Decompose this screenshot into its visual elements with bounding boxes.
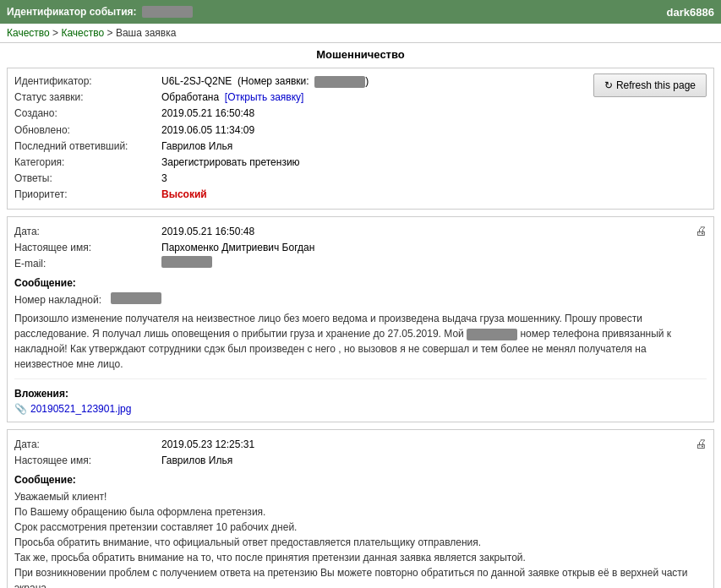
msg1-attachment-link[interactable]: 📎 20190521_123901.jpg bbox=[14, 403, 707, 415]
msg1-tracking-redacted bbox=[111, 292, 161, 304]
attachment-icon: 📎 bbox=[14, 403, 27, 415]
breadcrumb-current: Ваша заявка bbox=[116, 27, 177, 39]
refresh-button[interactable]: ↻ Refresh this page bbox=[593, 74, 707, 97]
message-header-info-1: Дата: 2019.05.21 16:50:48 Настоящее имя:… bbox=[14, 224, 314, 273]
priority-label: Приоритет: bbox=[14, 187, 158, 203]
created-value: 2019.05.21 16:50:48 bbox=[161, 106, 254, 122]
info-row-priority: Приоритет: Высокий bbox=[14, 187, 369, 203]
request-number-redacted bbox=[314, 76, 365, 88]
msg1-attachment-name: 20190521_123901.jpg bbox=[30, 403, 131, 415]
refresh-icon: ↻ bbox=[604, 79, 613, 91]
info-row-last-responder: Последний ответивший: Гаврилов Илья bbox=[14, 139, 369, 155]
replies-value: 3 bbox=[161, 171, 167, 187]
breadcrumb: Качество > Качество > Ваша заявка bbox=[0, 24, 721, 43]
msg1-email-row: E-mail: bbox=[14, 256, 314, 272]
info-row-category: Категория: Зарегистрировать претензию bbox=[14, 155, 369, 171]
msg1-tracking-label: Номер накладной: bbox=[14, 292, 101, 308]
msg1-date-value: 2019.05.21 16:50:48 bbox=[161, 224, 254, 240]
info-row-status: Статус заявки: Обработана [Открыть заявк… bbox=[14, 90, 369, 106]
msg1-email-redacted bbox=[161, 256, 212, 268]
category-label: Категория: bbox=[14, 155, 158, 171]
breadcrumb-link-2[interactable]: Качество bbox=[61, 27, 104, 39]
msg1-author-row: Настоящее имя: Пархоменко Дмитриевич Бог… bbox=[14, 240, 314, 256]
status-value: Обработана [Открыть заявку] bbox=[161, 90, 303, 106]
username: dark6886 bbox=[667, 6, 714, 19]
msg2-date-row: Дата: 2019.05.23 12:25:31 bbox=[14, 437, 254, 453]
msg2-author-row: Настоящее имя: Гаврилов Илья bbox=[14, 453, 254, 469]
print-icon-1[interactable]: 🖨 bbox=[695, 224, 707, 237]
msg2-author-label: Настоящее имя: bbox=[14, 453, 158, 469]
msg1-attachments: Вложения: 📎 20190521_123901.jpg bbox=[14, 378, 707, 415]
print-icon-2[interactable]: 🖨 bbox=[695, 437, 707, 450]
page-title: Мошенничество bbox=[7, 48, 714, 61]
msg2-date-label: Дата: bbox=[14, 437, 158, 453]
priority-value: Высокий bbox=[161, 187, 207, 203]
breadcrumb-link-1[interactable]: Качество bbox=[7, 27, 50, 39]
refresh-button-label: Refresh this page bbox=[616, 79, 696, 91]
msg1-text: Произошло изменение получателя на неизве… bbox=[14, 311, 707, 372]
msg2-author-value: Гаврилов Илья bbox=[161, 453, 232, 469]
msg2-section-label: Сообщение: bbox=[14, 474, 707, 486]
msg1-section-label: Сообщение: bbox=[14, 277, 707, 289]
id-label: Идентификатор: bbox=[14, 74, 158, 90]
main-content: Мошенничество Идентификатор: U6L-2SJ-Q2N… bbox=[0, 43, 721, 588]
msg1-email-label: E-mail: bbox=[14, 256, 158, 272]
info-table: Идентификатор: U6L-2SJ-Q2NE (Номер заявк… bbox=[14, 74, 369, 204]
top-bar: Идентификатор события: dark6886 bbox=[0, 0, 721, 24]
updated-value: 2019.06.05 11:34:09 bbox=[161, 122, 254, 139]
msg1-attachments-label: Вложения: bbox=[14, 388, 707, 400]
msg2-body: Уважаемый клиент! По Вашему обращению бы… bbox=[14, 489, 707, 588]
message-header-2: Дата: 2019.05.23 12:25:31 Настоящее имя:… bbox=[14, 437, 707, 469]
open-request-link[interactable]: [Открыть заявку] bbox=[225, 91, 304, 103]
message-header-info-2: Дата: 2019.05.23 12:25:31 Настоящее имя:… bbox=[14, 437, 254, 469]
msg1-tracking-row: Номер накладной: bbox=[14, 292, 707, 308]
msg2-date-value: 2019.05.23 12:25:31 bbox=[161, 437, 254, 453]
last-responder-label: Последний ответивший: bbox=[14, 139, 158, 155]
created-label: Создано: bbox=[14, 106, 158, 122]
event-id-label: Идентификатор события: bbox=[7, 6, 137, 18]
replies-label: Ответы: bbox=[14, 171, 158, 187]
info-row-id: Идентификатор: U6L-2SJ-Q2NE (Номер заявк… bbox=[14, 74, 369, 90]
last-responder-value: Гаврилов Илья bbox=[161, 139, 232, 155]
info-row-created: Создано: 2019.05.21 16:50:48 bbox=[14, 106, 369, 122]
top-bar-left: Идентификатор события: bbox=[7, 6, 193, 18]
info-section: Идентификатор: U6L-2SJ-Q2NE (Номер заявк… bbox=[7, 68, 714, 210]
msg1-author-value: Пархоменко Дмитриевич Богдан bbox=[161, 240, 314, 256]
event-id-value bbox=[142, 6, 193, 18]
msg1-body: Номер накладной: Произошло изменение пол… bbox=[14, 292, 707, 372]
message-header-1: Дата: 2019.05.21 16:50:48 Настоящее имя:… bbox=[14, 224, 707, 273]
message-block-2: Дата: 2019.05.23 12:25:31 Настоящее имя:… bbox=[7, 429, 714, 588]
status-label: Статус заявки: bbox=[14, 90, 158, 106]
msg1-author-label: Настоящее имя: bbox=[14, 240, 158, 256]
info-row-replies: Ответы: 3 bbox=[14, 171, 369, 187]
msg1-date-label: Дата: bbox=[14, 224, 158, 240]
updated-label: Обновлено: bbox=[14, 122, 158, 139]
msg2-text: Уважаемый клиент! По Вашему обращению бы… bbox=[14, 489, 707, 588]
id-value: U6L-2SJ-Q2NE (Номер заявки: ) bbox=[161, 74, 369, 90]
info-row-updated: Обновлено: 2019.06.05 11:34:09 bbox=[14, 122, 369, 139]
message-block-1: Дата: 2019.05.21 16:50:48 Настоящее имя:… bbox=[7, 216, 714, 423]
category-value: Зарегистрировать претензию bbox=[161, 155, 300, 171]
msg1-date-row: Дата: 2019.05.21 16:50:48 bbox=[14, 224, 314, 240]
